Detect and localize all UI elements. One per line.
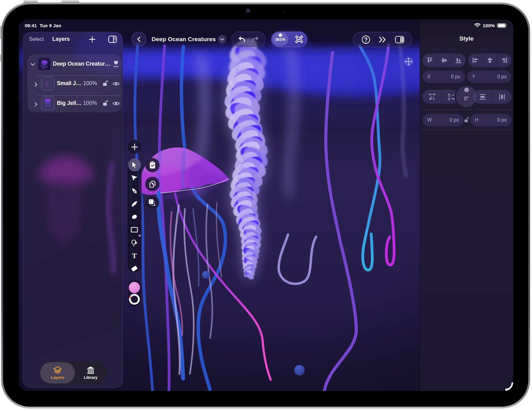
svg-text:T: T bbox=[132, 252, 137, 260]
